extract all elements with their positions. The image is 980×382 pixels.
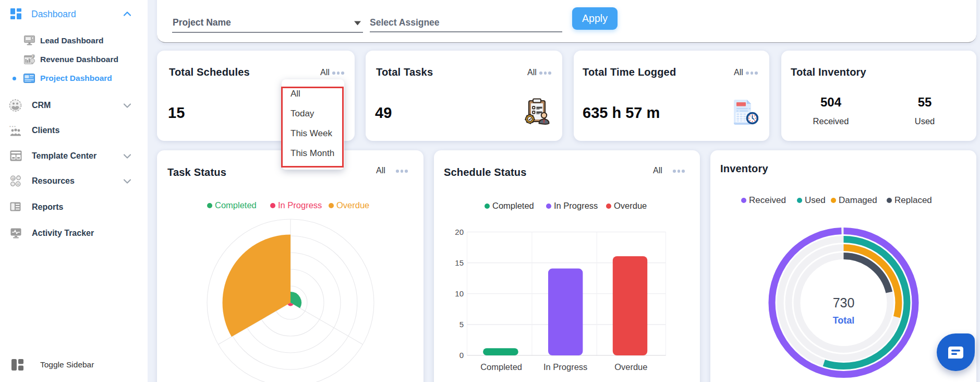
svg-text:In Progress: In Progress [543,362,587,372]
svg-text:0: 0 [459,351,464,360]
svg-text:* * *: * * * [9,125,16,129]
svg-text:A: A [17,183,19,186]
svg-text:5: 5 [459,320,464,329]
svg-text:Completed: Completed [480,362,522,372]
svg-text:@: @ [12,177,15,180]
svg-text:10: 10 [455,289,464,298]
svg-text:730: 730 [833,295,855,310]
svg-text:20: 20 [455,228,464,236]
svg-text:15: 15 [455,258,464,267]
svg-text:Total: Total [833,315,855,326]
svg-text:$: $ [32,55,34,58]
svg-text:Overdue: Overdue [614,362,647,372]
